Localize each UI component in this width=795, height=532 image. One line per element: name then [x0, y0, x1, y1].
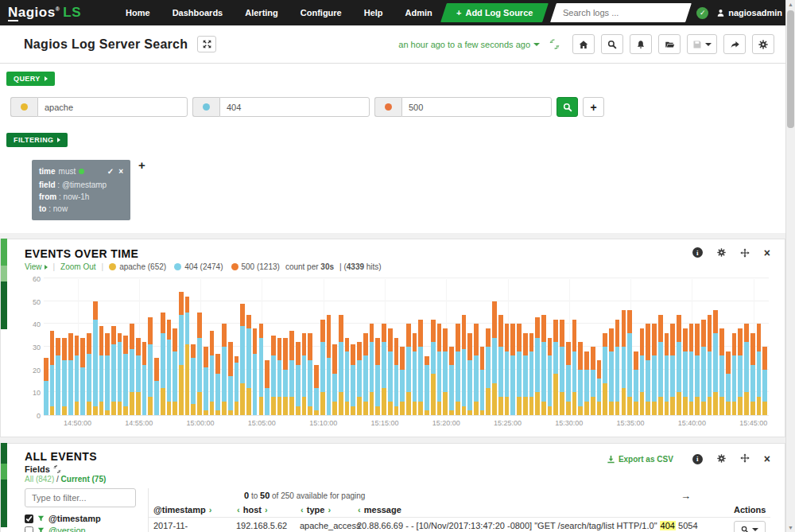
chart-bar[interactable] [148, 317, 153, 415]
panel-move-button[interactable] [740, 248, 750, 258]
chart-bar[interactable] [640, 328, 645, 415]
chart-bar[interactable] [123, 336, 128, 415]
chart-bar[interactable] [572, 320, 577, 415]
chart-bar[interactable] [93, 301, 98, 415]
chart-bar[interactable] [130, 324, 134, 415]
chart-bar[interactable] [68, 333, 73, 415]
chart-bar[interactable] [259, 324, 264, 415]
chart-bar[interactable] [591, 347, 595, 415]
chart-bar[interactable] [683, 328, 688, 415]
chart-bar[interactable] [665, 333, 669, 415]
chart-bar[interactable] [320, 320, 325, 415]
chart-bar[interactable] [167, 320, 172, 415]
chart-bar[interactable] [87, 333, 91, 415]
move-column-right-icon[interactable]: › [327, 505, 332, 515]
chart-bar[interactable] [332, 344, 337, 415]
column-header-message[interactable]: ‹ message [352, 503, 729, 518]
chart-bar[interactable] [474, 324, 479, 415]
settings-button[interactable] [752, 34, 774, 54]
page-scrollbar[interactable]: ▲ ▼ [785, 0, 795, 532]
panel-drag-ribbon[interactable] [1, 443, 7, 527]
panel-move-button[interactable] [740, 452, 750, 466]
status-ok-icon[interactable]: ✓ [696, 7, 708, 19]
chart-bar[interactable] [388, 328, 393, 415]
add-log-source-button[interactable]: +Add Log Source [440, 3, 549, 22]
navbar-search-input[interactable] [563, 8, 682, 17]
chart-bar[interactable] [658, 315, 663, 415]
query-color-toggle[interactable] [10, 97, 37, 117]
chart-bar[interactable] [425, 356, 429, 416]
chart-bar[interactable] [351, 344, 355, 415]
chart-bar[interactable] [253, 328, 258, 415]
chart-bar[interactable] [529, 333, 534, 415]
chart-bar[interactable] [462, 315, 467, 415]
view-menu[interactable]: View [25, 262, 48, 271]
event-row[interactable]: 2017-11-10T15:47:20.000-06:00192.168.5.6… [149, 518, 770, 532]
nav-item-help[interactable]: Help [353, 0, 394, 25]
panel-drag-ribbon[interactable] [1, 239, 7, 329]
query-toggle[interactable]: QUERY [6, 72, 55, 86]
chart-bar[interactable] [271, 336, 276, 415]
next-page-button[interactable]: → [681, 490, 691, 502]
chart-bar[interactable] [75, 336, 80, 415]
chart-bar[interactable] [197, 313, 202, 415]
chart-bar[interactable] [357, 342, 362, 415]
add-filter-button[interactable]: + [138, 160, 145, 171]
zoom-out-button[interactable]: Zoom Out [60, 262, 95, 271]
chart-bar[interactable] [375, 338, 380, 415]
chart-bar[interactable] [510, 324, 515, 415]
chart-bar[interactable] [314, 365, 319, 415]
chart-bar[interactable] [228, 342, 233, 415]
chart-bar[interactable] [382, 324, 386, 415]
move-column-right-icon[interactable]: › [208, 505, 213, 515]
chart-bar[interactable] [553, 320, 558, 415]
chart-bar[interactable] [609, 328, 614, 415]
chart-bar[interactable] [505, 324, 510, 415]
open-queries-button[interactable] [658, 34, 681, 54]
legend-item[interactable]: apache (652) [109, 262, 166, 271]
chart-bar[interactable] [456, 324, 460, 415]
chart-bar[interactable] [498, 315, 503, 415]
events-chart[interactable]: 010203040506014:50:0014:55:0015:00:0015:… [25, 278, 770, 433]
chart-bar[interactable] [191, 344, 196, 415]
chart-bar[interactable] [327, 315, 332, 415]
chart-bar[interactable] [578, 342, 583, 415]
query-input-1[interactable] [219, 97, 370, 117]
chart-bar[interactable] [719, 328, 724, 415]
chart-bar[interactable] [136, 338, 141, 415]
field-checkbox[interactable] [25, 526, 33, 532]
filter-remove-icon[interactable]: × [118, 165, 123, 177]
chart-bar[interactable] [118, 333, 122, 415]
move-column-left-icon[interactable]: ‹ [357, 505, 362, 515]
chart-bar[interactable] [339, 315, 343, 415]
chart-bar[interactable] [757, 324, 762, 415]
chart-bar[interactable] [486, 328, 491, 415]
chart-bar[interactable] [523, 333, 528, 415]
chart-bar[interactable] [689, 324, 694, 415]
user-menu[interactable]: nagiosadmin [716, 8, 782, 17]
chart-bar[interactable] [670, 324, 675, 415]
chart-bar[interactable] [597, 360, 602, 415]
chart-bar[interactable] [394, 338, 399, 415]
search-button[interactable] [601, 34, 623, 54]
chart-bar[interactable] [437, 324, 442, 415]
query-input-2[interactable] [401, 97, 552, 117]
chart-bar[interactable] [302, 333, 307, 415]
chart-bar[interactable] [615, 320, 620, 415]
home-button[interactable] [572, 34, 595, 54]
chart-bar[interactable] [492, 301, 497, 415]
chart-bar[interactable] [750, 333, 755, 415]
nav-item-home[interactable]: Home [114, 0, 161, 25]
panel-config-button[interactable] [717, 248, 726, 257]
chart-bar[interactable] [289, 331, 294, 415]
chart-bar[interactable] [535, 317, 540, 415]
chart-bar[interactable] [345, 338, 350, 415]
fields-current-link[interactable]: Current (75) [61, 475, 107, 483]
chart-bar[interactable] [44, 358, 48, 415]
chart-bar[interactable] [584, 351, 589, 415]
chart-bar[interactable] [726, 351, 731, 415]
refresh-fields-icon[interactable] [53, 465, 61, 473]
chart-bar[interactable] [738, 328, 743, 415]
alerts-button[interactable] [630, 34, 652, 54]
chart-bar[interactable] [246, 315, 251, 415]
